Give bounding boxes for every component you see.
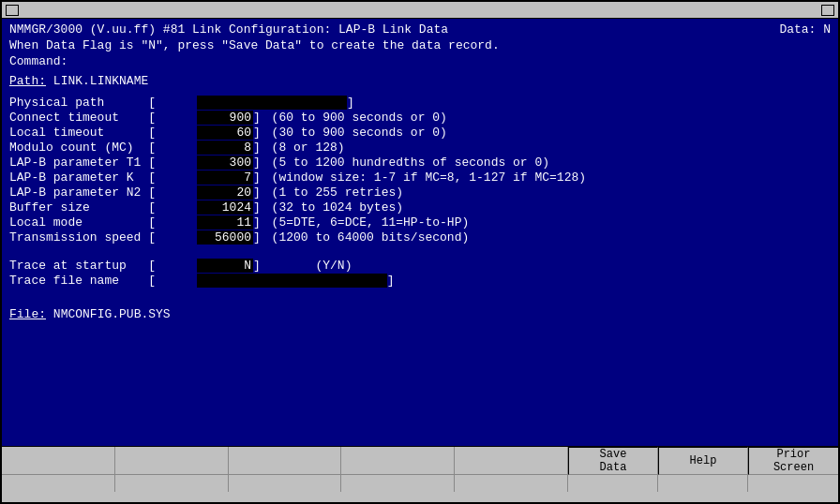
desc-modulo-count: (8 or 128) <box>264 141 345 155</box>
input-trans-speed[interactable]: 56000 <box>197 230 253 245</box>
desc-lapb-n2: (1 to 255 retries) <box>264 185 403 200</box>
btn-f5[interactable] <box>455 447 568 474</box>
title-bar-controls <box>6 5 19 16</box>
btn-f4[interactable] <box>341 447 455 474</box>
btn-f2[interactable] <box>115 447 229 474</box>
field-lapb-t1: LAP-B parameter T1 [ 300] (5 to 1200 hun… <box>9 156 831 170</box>
bracket-close-physical: ] <box>347 96 354 110</box>
label-lapb-k: LAP-B parameter K [ <box>9 170 197 185</box>
command-label: Command: <box>9 54 68 68</box>
label-connect-timeout: Connect timeout [ <box>9 111 197 125</box>
title-bar <box>2 2 838 19</box>
field-buffer-size: Buffer size [1024] (32 to 1024 bytes) <box>9 200 831 215</box>
input-physical-path[interactable] <box>197 96 347 110</box>
bracket-close-n2: ] <box>253 185 261 200</box>
prior-screen-button[interactable]: PriorScreen <box>748 447 838 475</box>
prior-screen-label <box>748 475 838 492</box>
desc-lapb-k: (window size: 1-7 if MC=8, 1-127 if MC=1… <box>264 170 586 185</box>
form-area: Physical path [ ] Connect timeout [900] … <box>9 96 831 245</box>
desc-trans-speed: (1200 to 64000 bits/second) <box>264 230 469 245</box>
field-trans-speed: Transmission speed [56000] (1200 to 6400… <box>9 230 831 245</box>
field-trace-startup: Trace at startup [N] (Y/N) <box>9 259 831 273</box>
bracket-close-bs: ] <box>253 200 261 215</box>
field-trace-filename: Trace file name [ ] <box>9 274 831 288</box>
input-lapb-k[interactable]: 7 <box>197 170 253 185</box>
bracket-close-lm: ] <box>253 215 261 230</box>
label-trace-filename: Trace file name [ <box>9 274 197 288</box>
label-physical-path: Physical path [ <box>9 96 197 110</box>
field-lapb-k: LAP-B parameter K [ 7] (window size: 1-7… <box>9 170 831 185</box>
blank-spacer <box>9 245 831 259</box>
desc-lapb-t1: (5 to 1200 hundredths of seconds or 0) <box>264 156 549 170</box>
lbl-spacer-5 <box>455 475 568 492</box>
label-local-timeout: Local timeout [ <box>9 126 197 140</box>
input-trace-startup[interactable]: N <box>197 259 253 273</box>
label-lapb-n2: LAP-B parameter N2 [ <box>9 185 197 200</box>
bracket-close-tfn: ] <box>387 274 395 288</box>
command-line: Command: <box>9 54 831 68</box>
file-line: File: NMCONFIG.PUB.SYS <box>9 307 831 321</box>
file-value: NMCONFIG.PUB.SYS <box>53 307 171 321</box>
bottom-bar: SaveData Help PriorScreen <box>2 446 838 502</box>
desc-local-timeout: (30 to 900 seconds or 0) <box>264 126 447 140</box>
lbl-spacer-2 <box>115 475 229 492</box>
instruction-text: When Data Flag is "N", press "Save Data"… <box>9 38 500 52</box>
field-lapb-n2: LAP-B parameter N2 [ 20] (1 to 255 retri… <box>9 185 831 200</box>
path-label: Path: <box>9 74 46 88</box>
field-modulo-count: Modulo count (MC) [ 8] (8 or 128) <box>9 141 831 155</box>
blank-spacer-2 <box>9 289 831 302</box>
trace-area: Trace at startup [N] (Y/N) Trace file na… <box>9 259 831 288</box>
input-lapb-t1[interactable]: 300 <box>197 156 253 170</box>
terminal-content: NMMGR/3000 (V.uu.ff) #81 Link Configurat… <box>2 19 838 446</box>
lbl-spacer-3 <box>229 475 342 492</box>
bracket-close-ct: ] <box>253 111 261 125</box>
help-label <box>658 475 748 492</box>
title-bar-box[interactable] <box>6 5 19 16</box>
label-trace-startup: Trace at startup [ <box>9 259 197 273</box>
input-connect-timeout[interactable]: 900 <box>197 111 253 125</box>
desc-trace-startup: (Y/N) <box>264 259 352 273</box>
lbl-spacer-4 <box>341 475 455 492</box>
path-value: LINK.LINKNAME <box>53 74 148 88</box>
button-row: SaveData Help PriorScreen <box>2 447 838 475</box>
input-modulo-count[interactable]: 8 <box>197 141 253 155</box>
bracket-close-t1: ] <box>253 156 261 170</box>
file-label: File: <box>9 307 46 321</box>
label-trans-speed: Transmission speed [ <box>9 230 197 245</box>
label-local-mode: Local mode [ <box>9 215 197 230</box>
bracket-close-tst: ] <box>253 259 261 273</box>
desc-buffer-size: (32 to 1024 bytes) <box>264 200 403 215</box>
field-local-timeout: Local timeout [ 60] (30 to 900 seconds o… <box>9 126 831 140</box>
label-row <box>2 475 838 492</box>
input-buffer-size[interactable]: 1024 <box>197 200 253 215</box>
label-lapb-t1: LAP-B parameter T1 [ <box>9 156 197 170</box>
input-local-timeout[interactable]: 60 <box>197 126 253 140</box>
field-connect-timeout: Connect timeout [900] (60 to 900 seconds… <box>9 111 831 125</box>
label-buffer-size: Buffer size [ <box>9 200 197 215</box>
bracket-close-mc: ] <box>253 141 261 155</box>
btn-f1[interactable] <box>2 447 115 474</box>
desc-local-mode: (5=DTE, 6=DCE, 11=HP-to-HP) <box>264 215 469 230</box>
bracket-close-k: ] <box>253 170 261 185</box>
bracket-close-lt: ] <box>253 126 261 140</box>
instruction-line: When Data Flag is "N", press "Save Data"… <box>9 38 831 52</box>
input-trace-filename[interactable] <box>197 274 387 288</box>
title-bar-close[interactable] <box>821 5 834 16</box>
save-data-label <box>568 475 658 492</box>
save-data-button[interactable]: SaveData <box>568 447 658 475</box>
desc-connect-timeout: (60 to 900 seconds or 0) <box>264 111 447 125</box>
btn-f3[interactable] <box>229 447 342 474</box>
input-local-mode[interactable]: 11 <box>197 215 253 230</box>
main-window: NMMGR/3000 (V.uu.ff) #81 Link Configurat… <box>0 0 840 504</box>
lbl-spacer-1 <box>2 475 115 492</box>
field-physical-path: Physical path [ ] <box>9 96 831 110</box>
path-line: Path: LINK.LINKNAME <box>9 74 831 88</box>
app-title: NMMGR/3000 (V.uu.ff) #81 Link Configurat… <box>9 22 448 37</box>
input-lapb-n2[interactable]: 20 <box>197 185 253 200</box>
bracket-close-ts: ] <box>253 230 261 245</box>
label-modulo-count: Modulo count (MC) [ <box>9 141 197 155</box>
header-bar: NMMGR/3000 (V.uu.ff) #81 Link Configurat… <box>9 22 831 37</box>
help-button[interactable]: Help <box>658 447 748 475</box>
field-local-mode: Local mode [ 11] (5=DTE, 6=DCE, 11=HP-to… <box>9 215 831 230</box>
data-flag: Data: N <box>779 22 831 37</box>
